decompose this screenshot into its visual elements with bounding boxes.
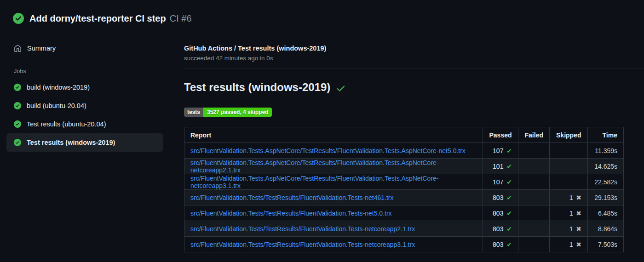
time-cell: 11.359s [588,143,624,159]
report-cell: src/FluentValidation.Tests.AspNetCore/Te… [184,174,483,190]
table-row: src/FluentValidation.Tests/TestResults/F… [184,237,624,252]
column-header-skipped: Skipped [550,127,588,143]
pass-check-icon: ✔ [506,241,512,248]
report-link[interactable]: src/FluentValidation.Tests/TestResults/F… [190,194,393,201]
run-title: Add dorny/test-reporter CI step [29,13,166,24]
report-heading: Test results (windows-2019) [184,81,644,99]
badge-value: 3527 passed, 4 skipped [203,108,272,117]
pass-check-icon: ✔ [506,163,512,170]
sidebar-item-summary[interactable]: Summary [14,41,184,55]
sidebar: Summary Jobs build (windows-2019) build … [0,32,184,252]
table-body: src/FluentValidation.Tests.AspNetCore/Te… [184,143,624,252]
job-label: build (windows-2019) [27,84,90,91]
main-content: GitHub Actions / Test results (windows-2… [184,32,644,252]
report-link[interactable]: src/FluentValidation.Tests/TestResults/F… [190,241,415,248]
time-cell: 7.503s [588,237,624,252]
time-cell: 14.625s [588,159,624,174]
failed-cell [518,174,550,190]
report-cell: src/FluentValidation.Tests/TestResults/F… [184,221,483,237]
skipped-cell: 1 ✖ [550,221,588,237]
failed-cell [518,237,550,252]
time-cell: 8.864s [588,221,624,237]
job-label: Test results (ubuntu-20.04) [27,120,106,128]
passed-cell: 803 ✔ [483,237,518,252]
passed-cell: 101 ✔ [483,159,518,174]
pass-check-icon: ✔ [506,147,512,154]
tests-badge: tests 3527 passed, 4 skipped [184,108,272,117]
sidebar-job-item[interactable]: Test results (windows-2019) [6,133,163,152]
time-cell: 29.153s [588,190,624,205]
table-row: src/FluentValidation.Tests.AspNetCore/Te… [184,159,624,174]
time-cell: 22.582s [588,174,624,190]
skipped-cell: 1 ✖ [550,190,588,205]
pass-check-icon: ✔ [506,210,512,217]
table-row: src/FluentValidation.Tests.AspNetCore/Te… [184,143,624,159]
skipped-cell [550,174,588,190]
sidebar-job-item[interactable]: Test results (ubuntu-20.04) [6,115,163,133]
sidebar-job-item[interactable]: build (ubuntu-20.04) [6,97,163,115]
table-row: src/FluentValidation.Tests.AspNetCore/Te… [184,174,624,190]
passed-cell: 803 ✔ [483,190,518,205]
skipped-cell: 1 ✖ [550,237,588,252]
summary-label: Summary [27,45,56,52]
check-circle-icon [14,102,21,109]
skipped-cell: 1 ✖ [550,205,588,221]
home-icon [14,45,22,52]
job-label: Test results (windows-2019) [27,139,115,146]
report-cell: src/FluentValidation.Tests/TestResults/F… [184,237,483,252]
pass-check-icon: ✔ [506,225,512,233]
sidebar-job-item[interactable]: build (windows-2019) [6,78,163,97]
jobs-list: build (windows-2019) build (ubuntu-20.04… [0,78,184,152]
test-results-table: Report Passed Failed Skipped Time src/Fl… [184,127,624,252]
check-circle-icon [14,84,21,91]
passed-cell: 803 ✔ [483,221,518,237]
skip-x-icon: ✖ [576,210,581,217]
check-circle-icon [14,139,21,146]
time-cell: 6.485s [588,205,624,221]
table-row: src/FluentValidation.Tests/TestResults/F… [184,190,624,205]
report-cell: src/FluentValidation.Tests/TestResults/F… [184,190,483,205]
skipped-cell [550,143,588,159]
run-number: CI #6 [170,13,192,24]
report-link[interactable]: src/FluentValidation.Tests/TestResults/F… [190,225,415,233]
check-circle-icon [14,120,21,128]
failed-cell [518,159,550,174]
passed-cell: 803 ✔ [483,205,518,221]
run-header: Add dorny/test-reporter CI step CI #6 [0,0,644,32]
passed-cell: 107 ✔ [483,143,518,159]
report-cell: src/FluentValidation.Tests/TestResults/F… [184,205,483,221]
failed-cell [518,143,550,159]
report-heading-text: Test results (windows-2019) [184,81,330,94]
report-cell: src/FluentValidation.Tests.AspNetCore/Te… [184,159,483,174]
column-header-passed: Passed [483,127,518,143]
column-header-report: Report [184,127,483,143]
report-link[interactable]: src/FluentValidation.Tests.AspNetCore/Te… [190,159,439,174]
failed-cell [518,190,550,205]
table-header-row: Report Passed Failed Skipped Time [184,127,624,143]
failed-cell [518,205,550,221]
skip-x-icon: ✖ [576,225,581,233]
skipped-cell [550,159,588,174]
failed-cell [518,221,550,237]
run-status-check-circle-icon [13,13,24,24]
badge-label: tests [184,108,203,117]
pass-check-icon: ✔ [506,194,512,201]
column-header-failed: Failed [518,127,550,143]
skip-x-icon: ✖ [576,194,581,201]
report-link[interactable]: src/FluentValidation.Tests/TestResults/F… [190,210,392,217]
table-row: src/FluentValidation.Tests/TestResults/F… [184,221,624,237]
report-link[interactable]: src/FluentValidation.Tests.AspNetCore/Te… [190,147,466,154]
passed-cell: 107 ✔ [483,174,518,190]
report-link[interactable]: src/FluentValidation.Tests.AspNetCore/Te… [190,175,439,189]
pass-check-icon: ✔ [506,178,512,186]
section-divider [184,68,644,68]
column-header-time: Time [588,127,624,143]
heading-check-icon [336,83,346,93]
table-row: src/FluentValidation.Tests/TestResults/F… [184,205,624,221]
job-label: build (ubuntu-20.04) [27,102,86,109]
jobs-heading: Jobs [14,68,184,74]
job-title: GitHub Actions / Test results (windows-2… [184,45,644,52]
skip-x-icon: ✖ [576,241,581,248]
report-cell: src/FluentValidation.Tests.AspNetCore/Te… [184,143,483,159]
job-status-text: succeeded 42 minutes ago in 0s [184,55,644,62]
